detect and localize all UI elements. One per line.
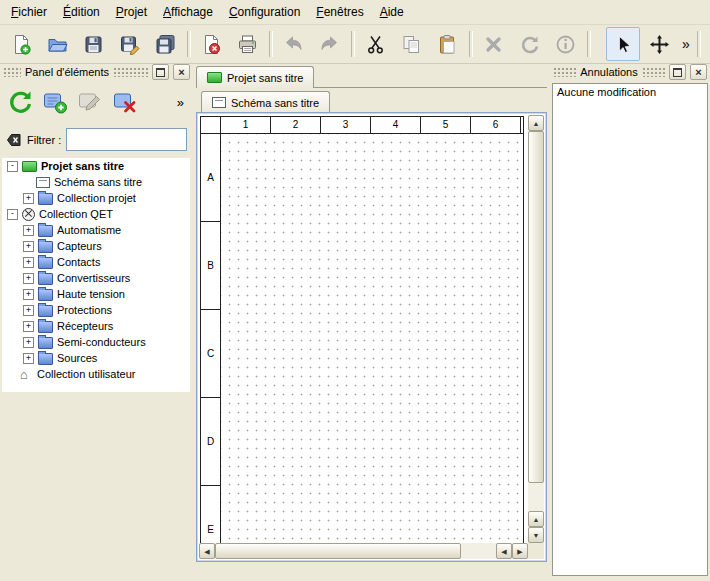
tree-item-haute-tension[interactable]: + Haute tension [2, 286, 190, 302]
save-as-button[interactable] [112, 27, 146, 61]
project-icon [207, 72, 222, 83]
select-mode-button[interactable] [606, 27, 640, 61]
filter-input[interactable] [66, 128, 187, 151]
collapse-expander-icon[interactable]: - [7, 209, 18, 220]
tree-item-recepteurs[interactable]: + Récepteurs [2, 318, 190, 334]
scroll-right-button[interactable] [512, 543, 528, 559]
scroll-down-button[interactable] [528, 527, 544, 543]
menu-configuration[interactable]: Configuration [221, 1, 308, 23]
undo-panel-title: Annulations [580, 66, 638, 78]
tree-item-capteurs[interactable]: + Capteurs [2, 238, 190, 254]
undo-panel-header[interactable]: Annulations [550, 64, 710, 80]
tree-item-schema[interactable]: Schéma sans titre [2, 174, 190, 190]
folder-icon [38, 305, 53, 317]
elements-panel-header[interactable]: Panel d'éléments [0, 64, 193, 80]
elements-panel-dock: Panel d'éléments » Filtrer : - [0, 63, 193, 581]
save-all-button[interactable] [148, 27, 182, 61]
reload-collections-button[interactable] [4, 86, 36, 118]
float-icon [156, 68, 165, 77]
panel-overflow-button[interactable]: » [172, 95, 189, 110]
menu-projet[interactable]: Projet [108, 1, 155, 23]
about-qet-button[interactable] [704, 27, 710, 61]
tree-item-collection-projet[interactable]: + Collection projet [2, 190, 190, 206]
diagram-canvas[interactable] [221, 134, 523, 543]
filter-row: Filtrer : [0, 122, 193, 155]
expand-expander-icon[interactable]: + [23, 241, 34, 252]
vertical-scroll-track[interactable] [528, 483, 544, 511]
horizontal-scroll-track[interactable] [461, 543, 496, 559]
tree-item-collection-utilisateur[interactable]: Collection utilisateur [2, 366, 190, 382]
new-element-button[interactable] [39, 86, 71, 118]
diagram-viewport[interactable]: 1 2 3 4 5 6 A B C D [199, 115, 528, 543]
expand-expander-icon[interactable]: + [23, 193, 34, 204]
horizontal-scroll-thumb[interactable] [215, 543, 461, 559]
ruler-row: C [201, 310, 220, 398]
dock-grip-icon [642, 67, 665, 77]
ruler-column: 2 [271, 117, 321, 133]
tab-projet-sans-titre[interactable]: Projet sans titre [196, 66, 314, 88]
edit-element-button[interactable] [74, 86, 106, 118]
print-button[interactable] [230, 27, 264, 61]
clear-filter-icon[interactable] [6, 132, 22, 148]
vertical-scrollbar[interactable] [528, 115, 544, 543]
tree-item-automatisme[interactable]: + Automatisme [2, 222, 190, 238]
workspace: Panel d'éléments » Filtrer : - [0, 63, 710, 581]
expand-expander-icon[interactable]: + [23, 337, 34, 348]
expand-expander-icon[interactable]: + [23, 289, 34, 300]
conductor-info-button[interactable] [548, 27, 582, 61]
scroll-left-button-2[interactable] [496, 543, 512, 559]
menu-affichage[interactable]: Affichage [155, 1, 221, 23]
dock-close-button[interactable] [173, 64, 190, 80]
dock-close-button[interactable] [690, 64, 707, 80]
delete-element-button[interactable] [109, 86, 141, 118]
undo-list[interactable]: Aucune modification [552, 83, 708, 576]
scroll-up-button[interactable] [528, 115, 544, 131]
menu-fenetres[interactable]: Fenêtres [308, 1, 371, 23]
paste-button[interactable] [430, 27, 464, 61]
menu-aide[interactable]: Aide [372, 1, 412, 23]
horizontal-scrollbar[interactable] [199, 543, 528, 559]
tree-item-convertisseurs[interactable]: + Convertisseurs [2, 270, 190, 286]
undo-button[interactable] [276, 27, 310, 61]
move-arrows-icon [649, 34, 670, 55]
tree-item-project[interactable]: - Projet sans titre [2, 158, 190, 174]
application-window: Fichier Édition Projet Affichage Configu… [0, 0, 710, 581]
new-document-button[interactable] [4, 27, 38, 61]
cut-button[interactable] [358, 27, 392, 61]
expand-expander-icon[interactable]: + [23, 353, 34, 364]
expand-expander-icon[interactable]: + [23, 305, 34, 316]
dock-float-button[interactable] [669, 64, 686, 80]
tab-schema-sans-titre[interactable]: Schéma sans titre [201, 91, 330, 113]
scroll-up-button-2[interactable] [528, 511, 544, 527]
menu-fichier[interactable]: Fichier [3, 1, 55, 23]
tree-item-semi-conducteurs[interactable]: + Semi-conducteurs [2, 334, 190, 350]
arrow-right-icon [517, 548, 522, 555]
project-tabbar: Projet sans titre [196, 65, 547, 88]
expand-expander-icon[interactable]: + [23, 273, 34, 284]
tree-item-protections[interactable]: + Protections [2, 302, 190, 318]
save-button[interactable] [76, 27, 110, 61]
close-document-button[interactable] [194, 27, 228, 61]
rotate-button[interactable] [512, 27, 546, 61]
open-document-button[interactable] [40, 27, 74, 61]
tree-item-sources[interactable]: + Sources [2, 350, 190, 366]
copy-button[interactable] [394, 27, 428, 61]
delete-button[interactable] [476, 27, 510, 61]
expand-expander-icon[interactable]: + [23, 321, 34, 332]
expand-expander-icon[interactable]: + [23, 257, 34, 268]
expand-expander-icon[interactable]: + [23, 225, 34, 236]
tree-item-collection-qet[interactable]: - Collection QET [2, 206, 190, 222]
redo-button[interactable] [312, 27, 346, 61]
floppy-pencil-icon [119, 34, 140, 55]
tree-item-contacts[interactable]: + Contacts [2, 254, 190, 270]
elements-tree[interactable]: - Projet sans titre Schéma sans titre + … [2, 158, 190, 392]
toolbar-separator [587, 31, 591, 57]
menu-edition[interactable]: Édition [55, 1, 108, 23]
tree-item-label: Schéma sans titre [54, 176, 142, 188]
pan-mode-button[interactable] [642, 27, 676, 61]
toolbar-overflow-button[interactable]: » [678, 29, 694, 59]
dock-float-button[interactable] [152, 64, 169, 80]
scroll-left-button[interactable] [199, 543, 215, 559]
collapse-expander-icon[interactable]: - [7, 161, 18, 172]
vertical-scroll-thumb[interactable] [528, 131, 544, 483]
